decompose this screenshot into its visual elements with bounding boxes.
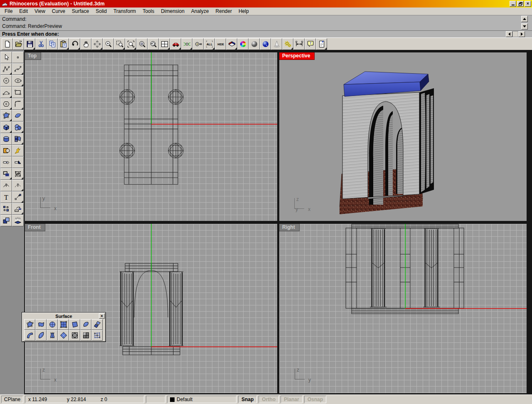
viewport-front[interactable]: Front zx xyxy=(25,224,277,393)
undo-button[interactable] xyxy=(69,38,80,50)
minimize-button[interactable] xyxy=(510,1,516,7)
paste-button[interactable] xyxy=(58,38,69,50)
close-button[interactable]: × xyxy=(525,1,531,7)
zoom-selected-button[interactable] xyxy=(136,38,148,50)
osnap-toggle[interactable]: Osnap xyxy=(304,396,326,403)
sweep2-button[interactable] xyxy=(91,319,103,330)
edit-point-button[interactable] xyxy=(0,180,12,191)
select-button[interactable] xyxy=(0,52,12,63)
trim-button[interactable] xyxy=(0,156,12,168)
drape-button[interactable] xyxy=(58,330,69,341)
edit-point-off-button[interactable] xyxy=(12,180,24,191)
right-viewport-canvas[interactable] xyxy=(279,224,527,393)
rotate-view-button[interactable] xyxy=(91,38,103,50)
new-file-button[interactable] xyxy=(2,38,13,50)
viewport-perspective[interactable]: Perspective zxy xyxy=(279,52,527,221)
menu-analyze[interactable]: Analyze xyxy=(188,8,212,15)
cut-button[interactable] xyxy=(35,38,47,50)
ellipse-button[interactable] xyxy=(12,75,24,87)
zoom-in-out-button[interactable] xyxy=(103,38,114,50)
move-point-button[interactable] xyxy=(12,191,24,203)
fillet-button[interactable] xyxy=(12,98,24,110)
prompt-scrollbar[interactable] xyxy=(506,31,525,37)
plane-srf-button[interactable] xyxy=(58,319,69,330)
undo-view-button[interactable] xyxy=(148,38,159,50)
menu-view[interactable]: View xyxy=(31,8,49,15)
restore-button[interactable] xyxy=(517,1,524,7)
ortho-toggle[interactable]: Ortho xyxy=(259,396,279,403)
srf-blade-button[interactable] xyxy=(35,330,47,341)
viewport-label-perspective[interactable]: Perspective xyxy=(279,52,315,60)
command-prompt[interactable]: Press Enter when done: xyxy=(0,30,532,37)
zoom-extents-button[interactable] xyxy=(125,38,136,50)
pan-view-button[interactable] xyxy=(80,38,91,50)
srf-from-points-button[interactable] xyxy=(24,319,35,330)
notes-button[interactable] xyxy=(316,38,327,50)
menu-transform[interactable]: Transform xyxy=(110,8,139,15)
hide-objects-button[interactable]: HIDE xyxy=(215,38,226,50)
snap-toggle[interactable]: Snap xyxy=(238,396,257,403)
viewport-label-right[interactable]: Right xyxy=(279,224,300,231)
explode-button[interactable] xyxy=(12,145,24,156)
menu-edit[interactable]: Edit xyxy=(16,8,31,15)
save-file-button[interactable] xyxy=(24,38,35,50)
layer-control-button[interactable] xyxy=(226,38,237,50)
viewport-label-top[interactable]: Top xyxy=(25,52,41,60)
sphere-button[interactable] xyxy=(12,121,24,133)
viewport-right[interactable]: Right zy xyxy=(279,224,527,393)
menu-tools[interactable]: Tools xyxy=(139,8,158,15)
array-button[interactable] xyxy=(0,203,12,215)
sphere-map-button[interactable] xyxy=(69,330,80,341)
dimension-button[interactable] xyxy=(293,38,305,50)
orient-button[interactable] xyxy=(12,203,24,215)
shade-map-button[interactable] xyxy=(80,330,91,341)
loft-button[interactable] xyxy=(35,319,47,330)
lights-button[interactable] xyxy=(271,38,282,50)
help-button[interactable]: ? xyxy=(305,38,316,50)
scroll-right-button[interactable] xyxy=(518,31,525,37)
zoom-window-button[interactable] xyxy=(114,38,125,50)
copy-button[interactable] xyxy=(47,38,58,50)
menu-solid[interactable]: Solid xyxy=(92,8,110,15)
point-button[interactable] xyxy=(12,52,24,63)
scroll-down-button[interactable] xyxy=(521,23,528,30)
menu-render[interactable]: Render xyxy=(212,8,235,15)
revolve-srf-button[interactable] xyxy=(47,319,58,330)
srf-3pt-button[interactable] xyxy=(69,319,80,330)
surface-points-button[interactable] xyxy=(0,110,12,121)
viewport-top[interactable]: Top yx xyxy=(25,52,277,221)
viewport-layout-button[interactable] xyxy=(159,38,170,50)
point-on-button[interactable] xyxy=(192,38,204,50)
viewport-label-front[interactable]: Front xyxy=(25,224,45,231)
top-viewport-canvas[interactable] xyxy=(25,52,277,221)
arc-button[interactable] xyxy=(0,87,12,98)
rectangle-button[interactable] xyxy=(12,87,24,98)
menu-file[interactable]: File xyxy=(1,8,16,15)
cylinder-button[interactable] xyxy=(0,133,12,145)
circle-button[interactable] xyxy=(0,75,12,87)
texture-map-button[interactable] xyxy=(12,133,24,145)
zoom-all-button[interactable]: ALL xyxy=(204,38,215,50)
polyline-button[interactable] xyxy=(0,63,12,75)
split-button[interactable] xyxy=(12,156,24,168)
boolean-button[interactable] xyxy=(0,145,12,156)
srf-band-button[interactable] xyxy=(24,330,35,341)
menu-surface[interactable]: Surface xyxy=(69,8,92,15)
command-scrollbar[interactable] xyxy=(521,16,528,30)
command-history[interactable]: Command: Command: RenderPreview xyxy=(0,15,532,30)
text-button[interactable]: T xyxy=(0,191,12,203)
polygon-button[interactable] xyxy=(0,98,12,110)
revolve-button[interactable] xyxy=(47,330,58,341)
patch-srf-button[interactable] xyxy=(80,319,91,330)
group-button[interactable] xyxy=(12,168,24,180)
set-cplane-button[interactable] xyxy=(181,38,192,50)
scroll-left-button[interactable] xyxy=(506,31,512,37)
palette-close-button[interactable]: × xyxy=(99,313,105,319)
menu-help[interactable]: Help xyxy=(235,8,252,15)
scrollbar-track[interactable] xyxy=(512,31,518,37)
cplane-button[interactable]: CPlane xyxy=(1,396,23,403)
render-button[interactable] xyxy=(260,38,271,50)
options-button[interactable] xyxy=(282,38,293,50)
mesh-srf-button[interactable] xyxy=(91,330,103,341)
surface-palette-titlebar[interactable]: Surface × xyxy=(22,313,105,319)
